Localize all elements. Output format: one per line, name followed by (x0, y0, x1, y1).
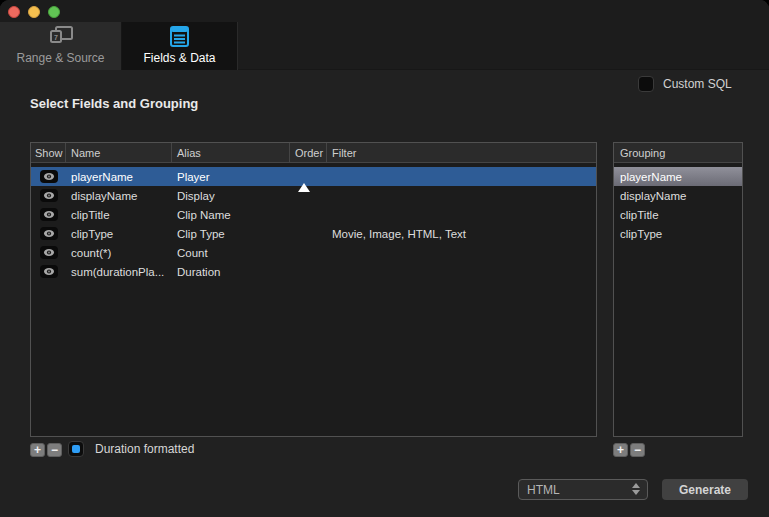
add-field-button[interactable]: + (30, 443, 45, 457)
svg-text:7: 7 (54, 34, 58, 41)
tab-fields-data[interactable]: Fields & Data (122, 22, 238, 70)
grouping-item[interactable]: displayName (614, 186, 742, 205)
custom-sql-checkbox[interactable] (638, 76, 654, 92)
page-title: Select Fields and Grouping (30, 96, 198, 111)
grouping-item[interactable]: clipType (614, 224, 742, 243)
calendar-display-icon: 7 (48, 24, 74, 48)
duration-formatted-control: Duration formatted (68, 441, 194, 457)
field-name: playerName (66, 171, 172, 183)
custom-sql-control: Custom SQL (638, 76, 732, 92)
table-row[interactable]: clipTitle Clip Name (31, 205, 596, 224)
grouping-header: Grouping (614, 143, 742, 163)
remove-grouping-button[interactable]: − (630, 443, 645, 457)
tab-range-source[interactable]: 7 Range & Source (0, 22, 122, 70)
visibility-eye-button[interactable] (40, 246, 58, 259)
sort-ascending-icon[interactable] (298, 171, 310, 192)
minimize-button[interactable] (28, 6, 40, 18)
column-header-order[interactable]: Order (290, 143, 327, 162)
grouping-panel: Grouping playerName displayName clipTitl… (613, 142, 743, 437)
fields-table-body: playerName Player displayName Display cl… (31, 163, 596, 281)
column-header-alias[interactable]: Alias (172, 143, 290, 162)
app-window: 7 Range & Source Fields & Data Custom SQ… (0, 0, 769, 517)
field-name: clipType (66, 228, 172, 240)
output-format-select[interactable]: HTML (518, 479, 648, 500)
grouping-item[interactable]: clipTitle (614, 205, 742, 224)
zoom-button[interactable] (48, 6, 60, 18)
remove-field-button[interactable]: − (47, 443, 62, 457)
duration-formatted-checkbox[interactable] (68, 441, 84, 457)
field-alias: Player (172, 171, 290, 183)
visibility-eye-button[interactable] (40, 189, 58, 202)
field-alias: Count (172, 247, 290, 259)
field-alias: Display (172, 190, 290, 202)
field-alias: Clip Type (172, 228, 290, 240)
fields-table: Show Name Alias Order Filter playerName … (30, 142, 597, 437)
generate-button[interactable]: Generate (662, 479, 748, 500)
visibility-eye-button[interactable] (40, 265, 58, 278)
field-name: count(*) (66, 247, 172, 259)
field-name: clipTitle (66, 209, 172, 221)
field-name: sum(durationPla... (66, 266, 172, 278)
close-button[interactable] (8, 6, 20, 18)
grouping-item[interactable]: playerName (614, 167, 742, 186)
field-name: displayName (66, 190, 172, 202)
table-row[interactable]: count(*) Count (31, 243, 596, 262)
tab-fields-data-label: Fields & Data (143, 51, 215, 65)
titlebar (0, 0, 769, 22)
visibility-eye-button[interactable] (40, 208, 58, 221)
tab-range-source-label: Range & Source (16, 51, 104, 65)
visibility-eye-button[interactable] (40, 227, 58, 240)
table-row[interactable]: clipType Clip Type Movie, Image, HTML, T… (31, 224, 596, 243)
tab-bar: 7 Range & Source Fields & Data (0, 22, 769, 70)
fields-table-header: Show Name Alias Order Filter (31, 143, 596, 163)
column-header-filter[interactable]: Filter (327, 143, 596, 162)
select-stepper-icon (632, 483, 640, 495)
duration-formatted-label: Duration formatted (95, 442, 194, 456)
table-row[interactable]: displayName Display (31, 186, 596, 205)
column-header-show[interactable]: Show (31, 143, 66, 162)
grouping-list: playerName displayName clipTitle clipTyp… (614, 163, 742, 243)
field-alias: Duration (172, 266, 290, 278)
table-row[interactable]: playerName Player (31, 167, 596, 186)
column-header-name[interactable]: Name (66, 143, 172, 162)
custom-sql-label: Custom SQL (663, 77, 732, 91)
list-box-icon (168, 24, 191, 48)
output-format-value: HTML (527, 483, 560, 497)
add-grouping-button[interactable]: + (613, 443, 628, 457)
field-alias: Clip Name (172, 209, 290, 221)
visibility-eye-button[interactable] (40, 170, 58, 183)
field-filter: Movie, Image, HTML, Text (327, 228, 596, 240)
table-row[interactable]: sum(durationPla... Duration (31, 262, 596, 281)
